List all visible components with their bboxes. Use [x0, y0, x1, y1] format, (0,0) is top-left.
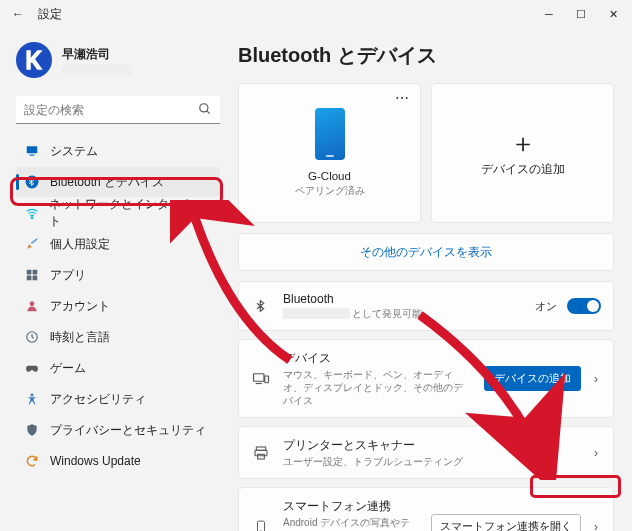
phone-sub: Android デバイスの写真やテキストなどにすばやくアクセスできます — [283, 516, 419, 531]
back-icon[interactable]: ← — [8, 7, 28, 21]
device-tile[interactable]: ⋯ G-Cloud ペアリング済み — [238, 83, 421, 223]
bt-sub: XXXXXXXXXX として発見可能 — [283, 307, 523, 320]
chevron-right-icon: › — [591, 372, 601, 386]
wifi-icon — [24, 205, 39, 221]
window-controls: ─ ☐ ✕ — [542, 8, 620, 21]
profile-sub — [62, 65, 132, 75]
sidebar: 早瀬浩司 システム Bluetooth とデバイス ネットワークとインターネット… — [0, 28, 230, 531]
nav-apps[interactable]: アプリ — [16, 260, 220, 290]
device-status: ペアリング済み — [295, 184, 365, 198]
printers-card[interactable]: プリンターとスキャナー ユーザー設定、トラブルシューティング › — [238, 426, 614, 479]
page-title: Bluetooth とデバイス — [238, 42, 614, 69]
nav-update[interactable]: Windows Update — [16, 446, 220, 476]
svg-rect-6 — [27, 270, 32, 275]
svg-point-5 — [31, 217, 33, 219]
add-device-tile[interactable]: ＋ デバイスの追加 — [431, 83, 614, 223]
nav-list: システム Bluetooth とデバイス ネットワークとインターネット 個人用設… — [16, 136, 220, 476]
svg-point-10 — [30, 301, 35, 306]
profile[interactable]: 早瀬浩司 — [16, 36, 220, 90]
person-icon — [24, 298, 40, 314]
maximize-icon[interactable]: ☐ — [574, 8, 588, 21]
phone-title: スマートフォン連携 — [283, 498, 419, 515]
clock-icon — [24, 329, 40, 345]
svg-rect-17 — [255, 450, 267, 455]
add-device-label: デバイスの追加 — [481, 162, 565, 177]
brush-icon — [24, 236, 40, 252]
more-icon[interactable]: ⋯ — [395, 90, 410, 106]
device-name: G-Cloud — [308, 170, 351, 182]
svg-point-0 — [200, 104, 208, 112]
printer-icon — [251, 445, 271, 461]
profile-name: 早瀬浩司 — [62, 46, 132, 63]
devices-icon — [251, 370, 271, 388]
bluetooth-toggle[interactable] — [567, 298, 601, 314]
nav-bluetooth[interactable]: Bluetooth とデバイス — [16, 167, 220, 197]
dev-title: デバイス — [283, 350, 472, 367]
open-phone-link-button[interactable]: スマートフォン連携を開く — [431, 514, 581, 531]
bluetooth-icon — [24, 174, 40, 190]
svg-rect-18 — [258, 454, 265, 459]
titlebar: ← 設定 ─ ☐ ✕ — [0, 0, 632, 28]
devices-card[interactable]: デバイス マウス、キーボード、ペン、オーディオ、ディスプレイとドック、その他のデ… — [238, 339, 614, 418]
bluetooth-glyph-icon — [251, 298, 271, 314]
phone-icon — [315, 108, 345, 160]
svg-line-1 — [207, 111, 210, 114]
minimize-icon[interactable]: ─ — [542, 8, 556, 21]
chevron-right-icon: › — [591, 520, 601, 532]
prn-title: プリンターとスキャナー — [283, 437, 579, 454]
svg-rect-14 — [265, 376, 269, 383]
dev-sub: マウス、キーボード、ペン、オーディオ、ディスプレイとドック、その他のデバイス — [283, 368, 472, 407]
chevron-right-icon: › — [591, 446, 601, 460]
system-icon — [24, 143, 40, 159]
svg-rect-3 — [30, 155, 35, 156]
nav-privacy[interactable]: プライバシーとセキュリティ — [16, 415, 220, 445]
svg-rect-19 — [258, 521, 265, 531]
phone-link-icon — [251, 518, 271, 532]
svg-rect-13 — [254, 373, 265, 381]
gamepad-icon — [24, 360, 40, 376]
shield-icon — [24, 422, 40, 438]
svg-rect-2 — [27, 146, 38, 153]
search-box[interactable] — [16, 96, 220, 124]
plus-icon: ＋ — [510, 130, 536, 156]
nav-gaming[interactable]: ゲーム — [16, 353, 220, 383]
content: Bluetooth とデバイス ⋯ G-Cloud ペアリング済み ＋ デバイス… — [230, 28, 632, 531]
nav-system[interactable]: システム — [16, 136, 220, 166]
window-title: 設定 — [38, 6, 542, 23]
nav-accounts[interactable]: アカウント — [16, 291, 220, 321]
phone-link-card[interactable]: スマートフォン連携 Android デバイスの写真やテキストなどにすばやくアクセ… — [238, 487, 614, 531]
search-icon — [198, 102, 212, 119]
svg-point-12 — [31, 393, 34, 396]
svg-rect-9 — [33, 276, 38, 281]
nav-time[interactable]: 時刻と言語 — [16, 322, 220, 352]
more-devices-link[interactable]: その他のデバイスを表示 — [238, 233, 614, 271]
apps-icon — [24, 267, 40, 283]
update-icon — [24, 453, 40, 469]
add-device-button[interactable]: デバイスの追加 — [484, 366, 581, 391]
bluetooth-card[interactable]: Bluetooth XXXXXXXXXX として発見可能 オン — [238, 281, 614, 331]
nav-accessibility[interactable]: アクセシビリティ — [16, 384, 220, 414]
svg-rect-8 — [27, 276, 32, 281]
prn-sub: ユーザー設定、トラブルシューティング — [283, 455, 579, 468]
nav-network[interactable]: ネットワークとインターネット — [16, 198, 220, 228]
bt-title: Bluetooth — [283, 292, 523, 306]
close-icon[interactable]: ✕ — [606, 8, 620, 21]
search-input[interactable] — [16, 96, 220, 124]
accessibility-icon — [24, 391, 40, 407]
svg-rect-7 — [33, 270, 38, 275]
avatar — [16, 42, 52, 78]
bt-on-label: オン — [535, 299, 557, 314]
nav-personalization[interactable]: 個人用設定 — [16, 229, 220, 259]
